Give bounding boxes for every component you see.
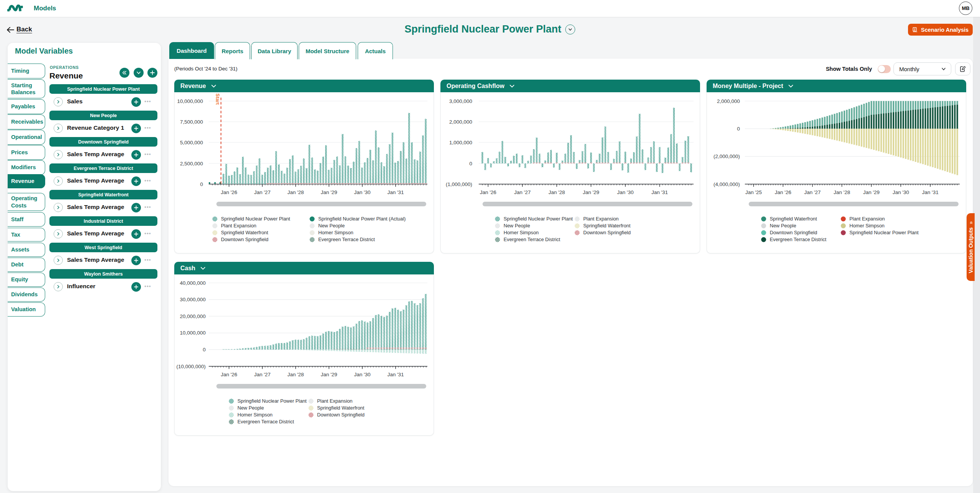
svg-text:(4,000,000): (4,000,000)	[713, 181, 740, 187]
svg-text:Jan '27: Jan '27	[254, 372, 270, 377]
svg-text:Start: Start	[215, 93, 221, 105]
svg-text:2,000,000: 2,000,000	[717, 98, 740, 104]
svg-text:0: 0	[200, 181, 203, 187]
svg-text:20,000,000: 20,000,000	[180, 313, 206, 319]
svg-text:Jan '28: Jan '28	[287, 189, 304, 195]
svg-text:40,000,000: 40,000,000	[180, 280, 206, 286]
svg-text:Jan '26: Jan '26	[221, 189, 237, 195]
svg-text:Jan '26: Jan '26	[221, 372, 237, 377]
svg-text:Jan '26: Jan '26	[480, 189, 496, 195]
svg-text:Jan '25: Jan '25	[745, 189, 762, 195]
svg-text:Jan '29: Jan '29	[863, 189, 880, 195]
svg-text:0: 0	[203, 347, 206, 353]
svg-text:Jan '27: Jan '27	[804, 189, 821, 195]
svg-text:1,000,000: 1,000,000	[449, 140, 472, 145]
svg-text:Jan '29: Jan '29	[583, 189, 599, 195]
svg-text:7,500,000: 7,500,000	[180, 119, 203, 125]
svg-text:Jan '31: Jan '31	[651, 189, 668, 195]
svg-text:Jan '28: Jan '28	[834, 189, 850, 195]
svg-text:Jan '28: Jan '28	[548, 189, 565, 195]
svg-text:Jan '30: Jan '30	[354, 189, 370, 195]
svg-text:Jan '27: Jan '27	[514, 189, 531, 195]
svg-text:(1,000,000): (1,000,000)	[446, 181, 472, 187]
svg-text:(2,000,000): (2,000,000)	[713, 153, 740, 159]
svg-text:Jan '31: Jan '31	[387, 372, 404, 377]
svg-text:(10,000,000): (10,000,000)	[176, 364, 206, 369]
svg-text:2,000,000: 2,000,000	[449, 119, 472, 125]
svg-text:Jan '26: Jan '26	[775, 189, 791, 195]
svg-text:Jan '31: Jan '31	[387, 189, 404, 195]
svg-text:5,000,000: 5,000,000	[180, 140, 203, 145]
svg-text:10,000,000: 10,000,000	[177, 98, 203, 104]
svg-text:Jan '27: Jan '27	[254, 189, 270, 195]
svg-text:0: 0	[469, 161, 472, 167]
svg-text:Jan '29: Jan '29	[321, 189, 337, 195]
svg-text:2,500,000: 2,500,000	[180, 161, 203, 167]
svg-text:Jan '28: Jan '28	[287, 372, 304, 377]
svg-text:Jan '31: Jan '31	[922, 189, 939, 195]
svg-text:0: 0	[737, 126, 740, 132]
svg-text:Jan '30: Jan '30	[617, 189, 633, 195]
svg-text:10,000,000: 10,000,000	[180, 330, 206, 336]
svg-text:3,000,000: 3,000,000	[449, 98, 472, 104]
svg-text:Jan '30: Jan '30	[893, 189, 909, 195]
svg-text:30,000,000: 30,000,000	[180, 297, 206, 302]
svg-text:Jan '29: Jan '29	[321, 372, 337, 377]
svg-text:Jan '30: Jan '30	[354, 372, 370, 377]
